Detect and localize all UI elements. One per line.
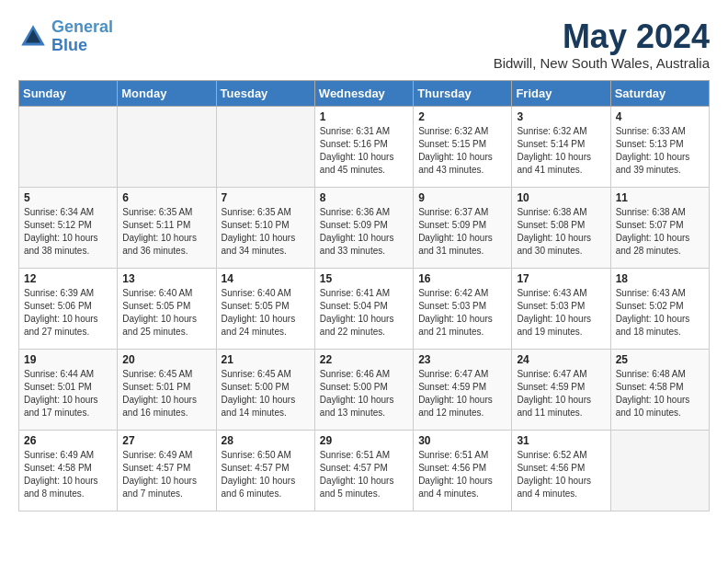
logo-icon (18, 22, 48, 52)
calendar-cell: 19Sunrise: 6:44 AM Sunset: 5:01 PM Dayli… (19, 349, 118, 430)
calendar-cell (19, 106, 118, 187)
day-info: Sunrise: 6:40 AM Sunset: 5:05 PM Dayligh… (222, 287, 310, 339)
day-number: 28 (222, 434, 310, 447)
calendar-cell: 31Sunrise: 6:52 AM Sunset: 4:56 PM Dayli… (512, 430, 610, 511)
day-info: Sunrise: 6:51 AM Sunset: 4:56 PM Dayligh… (418, 449, 506, 500)
day-number: 7 (222, 191, 310, 204)
location: Bidwill, New South Wales, Australia (494, 55, 710, 71)
day-number: 31 (517, 434, 605, 447)
day-number: 17 (517, 272, 605, 285)
day-info: Sunrise: 6:49 AM Sunset: 4:57 PM Dayligh… (122, 449, 210, 500)
day-info: Sunrise: 6:32 AM Sunset: 5:15 PM Dayligh… (418, 125, 506, 177)
week-row-5: 26Sunrise: 6:49 AM Sunset: 4:58 PM Dayli… (19, 430, 710, 511)
calendar-cell: 23Sunrise: 6:47 AM Sunset: 4:59 PM Dayli… (414, 349, 512, 430)
day-number: 14 (222, 272, 310, 285)
day-info: Sunrise: 6:50 AM Sunset: 4:57 PM Dayligh… (222, 449, 310, 500)
calendar-table: SundayMondayTuesdayWednesdayThursdayFrid… (18, 80, 710, 511)
day-info: Sunrise: 6:36 AM Sunset: 5:09 PM Dayligh… (320, 206, 408, 258)
calendar-cell: 20Sunrise: 6:45 AM Sunset: 5:01 PM Dayli… (118, 349, 216, 430)
day-number: 18 (616, 272, 704, 285)
day-number: 26 (24, 434, 112, 447)
day-info: Sunrise: 6:45 AM Sunset: 5:00 PM Dayligh… (222, 368, 310, 419)
day-info: Sunrise: 6:35 AM Sunset: 5:10 PM Dayligh… (222, 206, 310, 258)
day-number: 16 (418, 272, 506, 285)
calendar-cell: 29Sunrise: 6:51 AM Sunset: 4:57 PM Dayli… (314, 430, 413, 511)
day-info: Sunrise: 6:43 AM Sunset: 5:02 PM Dayligh… (616, 287, 704, 339)
day-number: 5 (24, 191, 112, 204)
calendar-cell: 14Sunrise: 6:40 AM Sunset: 5:05 PM Dayli… (216, 268, 314, 349)
day-number: 10 (517, 191, 605, 204)
day-number: 21 (222, 353, 310, 366)
day-info: Sunrise: 6:44 AM Sunset: 5:01 PM Dayligh… (24, 368, 112, 419)
day-info: Sunrise: 6:34 AM Sunset: 5:12 PM Dayligh… (24, 206, 112, 258)
calendar-cell: 2Sunrise: 6:32 AM Sunset: 5:15 PM Daylig… (414, 106, 512, 187)
day-info: Sunrise: 6:41 AM Sunset: 5:04 PM Dayligh… (320, 287, 408, 339)
calendar-cell: 24Sunrise: 6:47 AM Sunset: 4:59 PM Dayli… (512, 349, 610, 430)
calendar-cell (118, 106, 216, 187)
day-info: Sunrise: 6:45 AM Sunset: 5:01 PM Dayligh… (122, 368, 210, 419)
day-info: Sunrise: 6:40 AM Sunset: 5:05 PM Dayligh… (122, 287, 210, 339)
logo-text: General Blue (51, 18, 113, 55)
calendar-cell: 10Sunrise: 6:38 AM Sunset: 5:08 PM Dayli… (512, 187, 610, 268)
day-info: Sunrise: 6:42 AM Sunset: 5:03 PM Dayligh… (418, 287, 506, 339)
calendar-cell: 7Sunrise: 6:35 AM Sunset: 5:10 PM Daylig… (216, 187, 314, 268)
day-number: 2 (418, 110, 506, 123)
header-day-saturday: Saturday (610, 80, 709, 106)
calendar-cell: 15Sunrise: 6:41 AM Sunset: 5:04 PM Dayli… (314, 268, 413, 349)
day-number: 22 (320, 353, 408, 366)
day-number: 30 (418, 434, 506, 447)
day-info: Sunrise: 6:32 AM Sunset: 5:14 PM Dayligh… (517, 125, 605, 177)
logo: General Blue (18, 18, 113, 55)
page-header: General Blue May 2024 Bidwill, New South… (18, 18, 710, 71)
header-day-sunday: Sunday (19, 80, 118, 106)
day-info: Sunrise: 6:31 AM Sunset: 5:16 PM Dayligh… (320, 125, 408, 177)
header-day-tuesday: Tuesday (216, 80, 314, 106)
calendar-cell: 27Sunrise: 6:49 AM Sunset: 4:57 PM Dayli… (118, 430, 216, 511)
calendar-cell: 13Sunrise: 6:40 AM Sunset: 5:05 PM Dayli… (118, 268, 216, 349)
day-info: Sunrise: 6:49 AM Sunset: 4:58 PM Dayligh… (24, 449, 112, 500)
calendar-cell: 18Sunrise: 6:43 AM Sunset: 5:02 PM Dayli… (610, 268, 709, 349)
calendar-cell: 16Sunrise: 6:42 AM Sunset: 5:03 PM Dayli… (414, 268, 512, 349)
title-block: May 2024 Bidwill, New South Wales, Austr… (494, 18, 710, 71)
day-info: Sunrise: 6:51 AM Sunset: 4:57 PM Dayligh… (320, 449, 408, 500)
calendar-cell: 5Sunrise: 6:34 AM Sunset: 5:12 PM Daylig… (19, 187, 118, 268)
day-number: 27 (122, 434, 210, 447)
day-number: 4 (616, 110, 704, 123)
header-day-wednesday: Wednesday (314, 80, 413, 106)
calendar-cell: 22Sunrise: 6:46 AM Sunset: 5:00 PM Dayli… (314, 349, 413, 430)
calendar-cell: 26Sunrise: 6:49 AM Sunset: 4:58 PM Dayli… (19, 430, 118, 511)
day-info: Sunrise: 6:35 AM Sunset: 5:11 PM Dayligh… (122, 206, 210, 258)
day-info: Sunrise: 6:38 AM Sunset: 5:08 PM Dayligh… (517, 206, 605, 258)
day-info: Sunrise: 6:52 AM Sunset: 4:56 PM Dayligh… (517, 449, 605, 500)
day-info: Sunrise: 6:39 AM Sunset: 5:06 PM Dayligh… (24, 287, 112, 339)
calendar-cell: 3Sunrise: 6:32 AM Sunset: 5:14 PM Daylig… (512, 106, 610, 187)
calendar-cell: 9Sunrise: 6:37 AM Sunset: 5:09 PM Daylig… (414, 187, 512, 268)
week-row-2: 5Sunrise: 6:34 AM Sunset: 5:12 PM Daylig… (19, 187, 710, 268)
calendar-cell (610, 430, 709, 511)
day-number: 23 (418, 353, 506, 366)
calendar-cell: 21Sunrise: 6:45 AM Sunset: 5:00 PM Dayli… (216, 349, 314, 430)
day-number: 12 (24, 272, 112, 285)
day-number: 20 (122, 353, 210, 366)
day-number: 25 (616, 353, 704, 366)
header-row: SundayMondayTuesdayWednesdayThursdayFrid… (19, 80, 710, 106)
day-number: 15 (320, 272, 408, 285)
day-number: 6 (122, 191, 210, 204)
day-number: 24 (517, 353, 605, 366)
week-row-3: 12Sunrise: 6:39 AM Sunset: 5:06 PM Dayli… (19, 268, 710, 349)
day-info: Sunrise: 6:33 AM Sunset: 5:13 PM Dayligh… (616, 125, 704, 177)
week-row-4: 19Sunrise: 6:44 AM Sunset: 5:01 PM Dayli… (19, 349, 710, 430)
calendar-cell: 12Sunrise: 6:39 AM Sunset: 5:06 PM Dayli… (19, 268, 118, 349)
day-info: Sunrise: 6:47 AM Sunset: 4:59 PM Dayligh… (517, 368, 605, 419)
calendar-cell: 4Sunrise: 6:33 AM Sunset: 5:13 PM Daylig… (610, 106, 709, 187)
day-number: 9 (418, 191, 506, 204)
calendar-cell: 25Sunrise: 6:48 AM Sunset: 4:58 PM Dayli… (610, 349, 709, 430)
day-number: 1 (320, 110, 408, 123)
day-number: 13 (122, 272, 210, 285)
header-day-monday: Monday (118, 80, 216, 106)
calendar-cell: 28Sunrise: 6:50 AM Sunset: 4:57 PM Dayli… (216, 430, 314, 511)
calendar-cell (216, 106, 314, 187)
day-info: Sunrise: 6:43 AM Sunset: 5:03 PM Dayligh… (517, 287, 605, 339)
calendar-cell: 11Sunrise: 6:38 AM Sunset: 5:07 PM Dayli… (610, 187, 709, 268)
day-number: 8 (320, 191, 408, 204)
